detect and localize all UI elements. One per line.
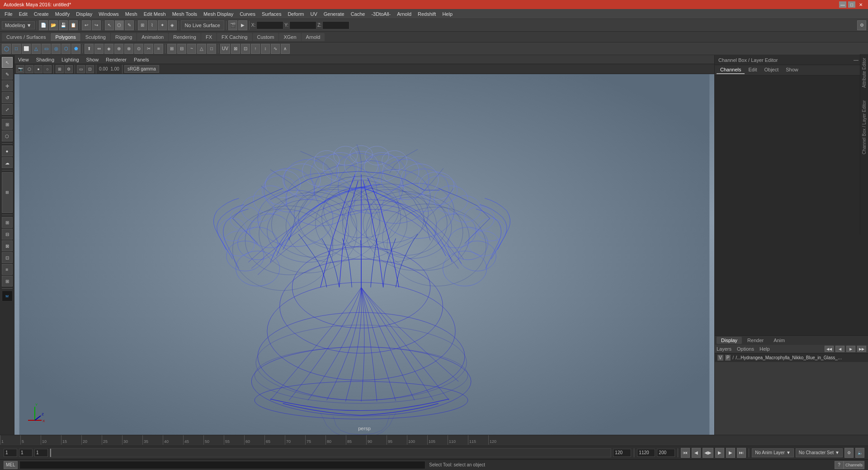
range-start-input[interactable] [637, 449, 655, 457]
channel-tab-show[interactable]: Show [782, 66, 802, 74]
resolution-gate[interactable]: ▭ [77, 65, 85, 73]
minimize-button[interactable]: — [839, 1, 846, 8]
quadrangulate-button[interactable]: □ [207, 44, 216, 54]
viewport-menu-show[interactable]: Show [85, 56, 101, 63]
tab-sculpting[interactable]: Sculpting [81, 33, 110, 41]
menu-display[interactable]: Display [73, 10, 95, 18]
uv-unfold-button[interactable]: ⊠ [231, 44, 240, 54]
menu-mesh-tools[interactable]: Mesh Tools [170, 10, 200, 18]
fill-hole-button[interactable]: ⊙ [134, 44, 143, 54]
poly-cylinder-button[interactable]: ⬜ [22, 44, 31, 54]
split-button[interactable]: ⊗ [124, 44, 133, 54]
layer-forward-button[interactable]: ▶ [846, 346, 855, 352]
channel-box-toggle[interactable]: ⊞ [2, 172, 13, 213]
y-value[interactable] [289, 21, 316, 29]
menu-create[interactable]: Create [31, 10, 52, 18]
menu-file[interactable]: File [2, 10, 15, 18]
quick-layout-2[interactable]: ⊟ [2, 229, 13, 240]
sculpt-tool[interactable]: ☁ [2, 157, 13, 168]
viewport-menu-shading[interactable]: Shading [34, 56, 56, 63]
viewport-menu-panels[interactable]: Panels [132, 56, 151, 63]
safe-area[interactable]: ⊡ [86, 65, 94, 73]
poly-prism-button[interactable]: ⬟ [71, 44, 80, 54]
new-scene-button[interactable]: 📄 [39, 20, 48, 30]
display-mode-wireframe[interactable]: ⬡ [25, 65, 33, 73]
layer-back-button[interactable]: ◀ [835, 346, 844, 352]
camera-selector[interactable]: 📷 [16, 65, 24, 73]
tab-fx-caching[interactable]: FX Caching [217, 33, 252, 41]
layer-tab-display[interactable]: Display [717, 337, 742, 344]
play-back-button[interactable]: ◀▶ [703, 448, 713, 458]
frame-start-input[interactable] [4, 449, 17, 457]
layer-tab-anim[interactable]: Anim [769, 337, 789, 344]
render-settings-button[interactable]: 🎬 [228, 20, 237, 30]
show-manipulator-tool[interactable]: ⊞ [2, 119, 13, 130]
frame-minor-input[interactable] [34, 449, 48, 457]
menu-mesh-display[interactable]: Mesh Display [201, 10, 236, 18]
harden-normals-button[interactable]: ∧ [281, 44, 290, 54]
separate-button[interactable]: ⊟ [177, 44, 186, 54]
help-line-button[interactable]: ? [835, 461, 844, 469]
shelf-options-button[interactable]: ⚙ [857, 20, 866, 30]
anim-layer-dropdown[interactable]: No Anim Layer ▼ [752, 448, 794, 457]
extrude-button[interactable]: ⬆ [85, 44, 94, 54]
current-frame-input[interactable] [19, 449, 33, 457]
poly-torus-button[interactable]: ◎ [52, 44, 61, 54]
range-end-input[interactable] [657, 449, 675, 457]
tab-xgen[interactable]: XGen [279, 33, 301, 41]
menu-3dto-all[interactable]: -3DtoAll- [368, 10, 393, 18]
menu-edit-mesh[interactable]: Edit Mesh [141, 10, 169, 18]
undo-button[interactable]: ↩ [82, 20, 91, 30]
snap-point-button[interactable]: ✦ [158, 20, 167, 30]
channel-tab-channels[interactable]: Channels [717, 66, 745, 74]
tab-curves-surfaces[interactable]: Curves / Surfaces [2, 33, 50, 41]
workspace-dropdown[interactable]: Modeling ▼ [2, 21, 35, 29]
tab-rigging[interactable]: Rigging [111, 33, 137, 41]
quick-layout-1[interactable]: ⊞ [2, 217, 13, 228]
frame-end-input[interactable] [613, 449, 631, 457]
save-scene-button[interactable]: 💾 [59, 20, 68, 30]
menu-redshift[interactable]: Redshift [415, 10, 439, 18]
uv-editor-button[interactable]: UV [220, 44, 230, 54]
multi-cut-button[interactable]: ✂ [144, 44, 153, 54]
menu-edit[interactable]: Edit [16, 10, 30, 18]
playback-options-button[interactable]: ⚙ [844, 448, 854, 458]
tab-animation[interactable]: Animation [137, 33, 168, 41]
menu-help[interactable]: Help [439, 10, 455, 18]
channel-tab-object[interactable]: Object [760, 66, 782, 74]
paint-select-tool[interactable]: ✎ [2, 69, 13, 80]
layer-pickable-badge[interactable]: P [725, 355, 731, 361]
menu-arnold[interactable]: Arnold [394, 10, 414, 18]
custom-tool[interactable]: ⬡ [2, 131, 13, 141]
layer-tab-render[interactable]: Render [743, 337, 768, 344]
character-set-dropdown[interactable]: No Character Set ▼ [796, 448, 843, 457]
timeline-scrubber[interactable] [50, 448, 611, 457]
menu-mesh[interactable]: Mesh [123, 10, 140, 18]
channel-tab-edit[interactable]: Edit [745, 66, 760, 74]
quick-layout-5[interactable]: ≡ [2, 264, 13, 275]
quick-layout-3[interactable]: ⊠ [2, 240, 13, 251]
z-value[interactable] [322, 21, 349, 29]
poly-plane-button[interactable]: ▭ [42, 44, 51, 54]
attribute-editor-label[interactable]: Attribute Editor [861, 56, 868, 89]
menu-deform[interactable]: Deform [285, 10, 307, 18]
soften-normals-button[interactable]: ∿ [271, 44, 280, 54]
step-back-button[interactable]: ◀ [692, 448, 701, 458]
save-scene-as-button[interactable]: 📋 [69, 20, 78, 30]
script-type-toggle[interactable]: MEL [4, 461, 18, 469]
maximize-button[interactable]: □ [848, 1, 855, 8]
poly-disk-button[interactable]: ⬡ [61, 44, 71, 54]
3d-viewport[interactable]: Y X Z persp [14, 74, 714, 435]
tab-polygons[interactable]: Polygons [51, 33, 80, 41]
snap-view-button[interactable]: ◈ [168, 20, 177, 30]
normals-display-button[interactable]: ↑ [251, 44, 260, 54]
select-tool-button[interactable]: ↖ [105, 20, 114, 30]
bridge-button[interactable]: ⇔ [94, 44, 104, 54]
rotate-tool[interactable]: ↺ [2, 92, 13, 103]
channel-box-minimize[interactable]: — [854, 57, 859, 63]
display-mode-shaded[interactable]: ● [34, 65, 42, 73]
tab-custom[interactable]: Custom [253, 33, 279, 41]
paint-select-button[interactable]: ✎ [125, 20, 134, 30]
menu-cache[interactable]: Cache [348, 10, 368, 18]
poly-cube-button[interactable]: □ [12, 44, 21, 54]
